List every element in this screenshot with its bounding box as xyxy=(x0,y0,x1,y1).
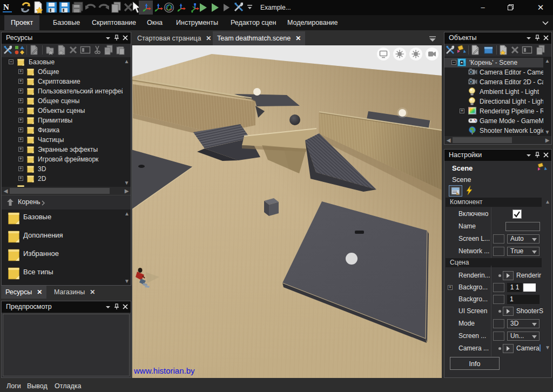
svg-text:www.historian.by: www.historian.by xyxy=(133,366,195,375)
svg-text:N: N xyxy=(3,3,9,11)
